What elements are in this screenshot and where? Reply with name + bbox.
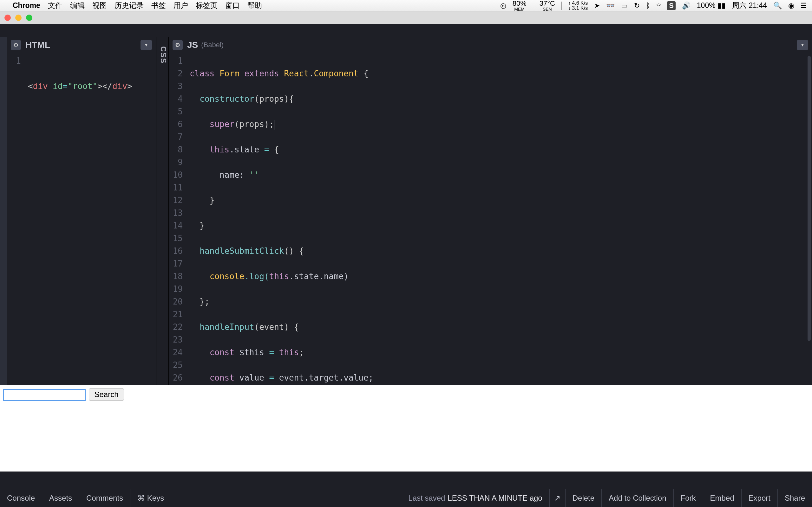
html-line-numbers: 1 bbox=[7, 53, 25, 385]
save-status: Last saved LESS THAN A MINUTE ago bbox=[401, 489, 549, 507]
share-button[interactable]: Share bbox=[777, 489, 812, 507]
memory-indicator[interactable]: 80% MEM bbox=[513, 0, 526, 11]
add-to-collection-button[interactable]: Add to Collection bbox=[601, 489, 673, 507]
output-preview-pane: Search bbox=[0, 385, 812, 471]
js-line-numbers: 1 2 3 4 5 6 7 8 9 10 11 12 13 14 15 16 1… bbox=[169, 53, 187, 385]
gear-icon: ⚙ bbox=[175, 42, 180, 49]
volume-icon[interactable]: 🔊 bbox=[682, 2, 691, 10]
css-editor-tab-collapsed[interactable]: CSS bbox=[156, 37, 169, 385]
js-settings-button[interactable]: ⚙ bbox=[172, 40, 183, 50]
bottom-toolbar: Console Assets Comments ⌘ Keys Last save… bbox=[0, 489, 812, 507]
js-pane-menu-button[interactable]: ▾ bbox=[797, 40, 808, 50]
html-settings-button[interactable]: ⚙ bbox=[11, 40, 21, 50]
html-pane-menu-button[interactable]: ▾ bbox=[141, 40, 152, 50]
menu-bookmarks[interactable]: 书签 bbox=[151, 1, 166, 10]
wifi-icon[interactable]: ⌔ bbox=[657, 2, 661, 10]
html-code-lines[interactable]: <div id="root"></div> bbox=[25, 53, 132, 385]
console-tab[interactable]: Console bbox=[0, 489, 42, 507]
datetime[interactable]: 周六 21:44 bbox=[732, 1, 767, 10]
left-gutter bbox=[0, 37, 7, 385]
fork-button[interactable]: Fork bbox=[673, 489, 703, 507]
temperature-indicator[interactable]: 37°C SEN bbox=[540, 0, 555, 11]
siri-icon[interactable]: ◉ bbox=[788, 2, 794, 10]
html-editor-pane: ⚙ HTML ▾ 1 <div id="root"></div> bbox=[7, 37, 156, 385]
js-pane-header: ⚙ JS (Babel) ▾ bbox=[169, 37, 812, 53]
menu-history[interactable]: 历史记录 bbox=[114, 1, 144, 10]
close-window-button[interactable] bbox=[4, 14, 11, 21]
text-cursor-icon bbox=[274, 120, 274, 130]
menu-file[interactable]: 文件 bbox=[48, 1, 62, 10]
codepen-toolbar bbox=[0, 24, 812, 37]
js-pane-subtitle: (Babel) bbox=[201, 41, 223, 49]
comments-tab[interactable]: Comments bbox=[79, 489, 131, 507]
menu-tabs[interactable]: 标签页 bbox=[196, 1, 217, 10]
chevron-down-icon: ▾ bbox=[145, 42, 148, 48]
js-pane-title: JS bbox=[187, 40, 198, 50]
display-icon[interactable]: ▭ bbox=[621, 2, 628, 10]
network-indicator[interactable]: ↑ 4.6 K/s ↓ 3.1 K/s bbox=[568, 1, 588, 11]
embed-button[interactable]: Embed bbox=[703, 489, 741, 507]
search-button[interactable]: Search bbox=[89, 389, 124, 400]
html-pane-header: ⚙ HTML ▾ bbox=[7, 37, 156, 53]
chevron-down-icon: ▾ bbox=[801, 42, 804, 48]
location-icon[interactable]: ➤ bbox=[594, 2, 600, 10]
assets-tab[interactable]: Assets bbox=[42, 489, 79, 507]
menu-window[interactable]: 窗口 bbox=[225, 1, 240, 10]
menu-edit[interactable]: 编辑 bbox=[70, 1, 85, 10]
spotlight-icon[interactable]: 🔍 bbox=[773, 2, 782, 10]
bluetooth-icon[interactable]: ᛒ bbox=[646, 2, 650, 10]
js-code-lines[interactable]: class Form extends React.Component { con… bbox=[187, 53, 642, 385]
app-name[interactable]: Chrome bbox=[13, 1, 40, 10]
battery-indicator[interactable]: 100% ▮▮ bbox=[697, 1, 726, 10]
notification-center-icon[interactable]: ☰ bbox=[801, 2, 807, 10]
search-input[interactable] bbox=[3, 389, 86, 401]
css-tab-label: CSS bbox=[159, 46, 168, 64]
html-pane-title: HTML bbox=[26, 40, 50, 50]
window-chrome bbox=[0, 11, 812, 24]
menu-view[interactable]: 视图 bbox=[92, 1, 107, 10]
glasses-icon[interactable]: 👓 bbox=[606, 2, 615, 10]
js-editor-pane: ⚙ JS (Babel) ▾ 1 2 3 4 5 6 7 8 9 10 11 1… bbox=[169, 37, 812, 385]
keys-tab[interactable]: ⌘ Keys bbox=[131, 489, 171, 507]
export-button[interactable]: Export bbox=[741, 489, 777, 507]
delete-button[interactable]: Delete bbox=[565, 489, 601, 507]
sogou-icon[interactable]: S bbox=[667, 1, 676, 10]
gear-icon: ⚙ bbox=[13, 42, 18, 49]
teamviewer-icon[interactable]: ◎ bbox=[500, 2, 506, 10]
menu-user[interactable]: 用户 bbox=[173, 1, 188, 10]
js-code-area[interactable]: 1 2 3 4 5 6 7 8 9 10 11 12 13 14 15 16 1… bbox=[169, 53, 812, 385]
minimize-window-button[interactable] bbox=[15, 14, 21, 21]
timemachine-icon[interactable]: ↻ bbox=[634, 2, 640, 10]
js-scrollbar[interactable] bbox=[808, 56, 811, 341]
macos-menubar: Chrome 文件 编辑 视图 历史记录 书签 用户 标签页 窗口 帮助 ◎ 8… bbox=[0, 0, 812, 11]
menu-help[interactable]: 帮助 bbox=[247, 1, 262, 10]
open-external-icon[interactable]: ↗ bbox=[549, 489, 565, 507]
editor-panes: ⚙ HTML ▾ 1 <div id="root"></div> CSS ⚙ J… bbox=[0, 37, 812, 385]
maximize-window-button[interactable] bbox=[26, 14, 32, 21]
html-code-area[interactable]: 1 <div id="root"></div> bbox=[7, 53, 156, 385]
